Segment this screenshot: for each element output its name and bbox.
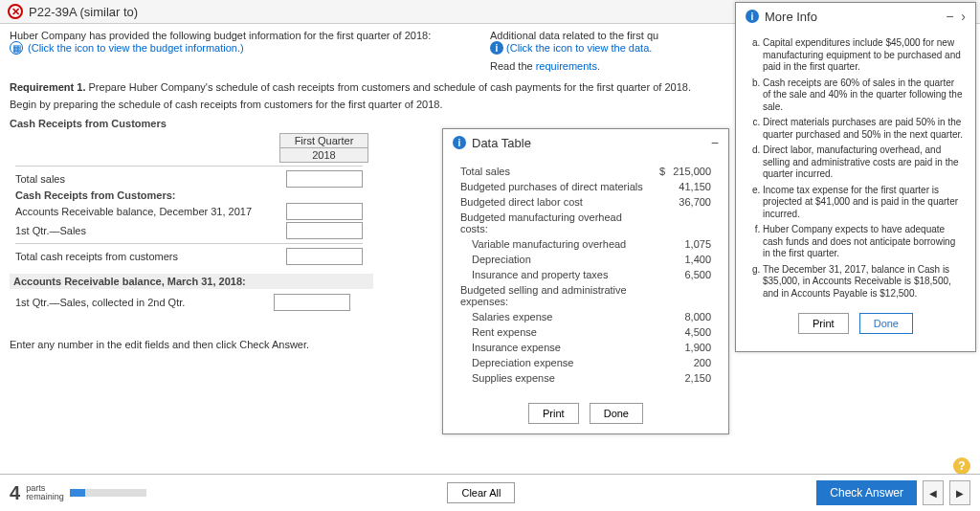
help-icon[interactable]: ?: [953, 457, 970, 475]
ar-march-heading: Accounts Receivable balance, March 31, 2…: [10, 274, 373, 289]
data-row-label: Total sales: [457, 164, 656, 179]
read-text: Read the: [490, 60, 536, 72]
data-row-value: 215,000: [669, 164, 715, 179]
data-row-value: 200: [669, 355, 715, 370]
data-link[interactable]: (Click the icon to view the data.: [506, 42, 652, 54]
more-info-done-button[interactable]: Done: [859, 313, 913, 334]
more-info-item: Capital expenditures include $45,000 for…: [763, 37, 964, 74]
data-table-popup: i Data Table − Total sales$215,000Budget…: [442, 128, 729, 434]
data-table-done-button[interactable]: Done: [590, 403, 643, 424]
data-row-label: Supplies expense: [457, 370, 656, 386]
next-icon[interactable]: ▶: [949, 480, 970, 505]
data-row-value: 1,400: [669, 252, 715, 267]
data-row-label: Budgeted purchases of direct materials: [457, 179, 656, 194]
row-ar-balance-label: Accounts Receivable balance, December 31…: [10, 202, 268, 221]
data-table-print-button[interactable]: Print: [528, 403, 579, 424]
prev-icon[interactable]: ◀: [923, 480, 944, 505]
col-header-1: First Quarter: [280, 134, 368, 148]
requirement-text: Prepare Huber Company's schedule of cash…: [89, 81, 691, 93]
data-row-label: Depreciation expense: [457, 355, 656, 370]
minimize-icon[interactable]: −: [711, 135, 719, 150]
total-cash-input[interactable]: [286, 248, 363, 265]
data-row-value: 8,000: [669, 309, 715, 324]
ar-march-table: 1st Qtr.—Sales, collected in 2nd Qtr.: [10, 293, 356, 312]
chevron-right-icon[interactable]: ›: [961, 9, 966, 24]
data-row-value: 36,700: [669, 194, 715, 210]
col-header-2: 2018: [280, 148, 368, 163]
check-answer-button[interactable]: Check Answer: [816, 480, 917, 505]
data-row-value: 2,150: [669, 370, 715, 386]
data-row-value: [669, 210, 715, 236]
info-icon: i: [746, 10, 759, 23]
data-row-value: 1,900: [669, 340, 715, 355]
more-info-title: More Info: [765, 10, 817, 24]
more-info-item: Cash receipts are 60% of sales in the qu…: [763, 78, 964, 114]
intro-left-text: Huber Company has provided the following…: [10, 30, 431, 41]
data-row-label: Variable manufacturing overhead: [457, 236, 656, 252]
data-row-value: 4,500: [669, 324, 715, 340]
row-total-cash-label: Total cash receipts from customers: [10, 247, 268, 266]
more-info-item: Huber Company expects to have adequate c…: [763, 224, 964, 260]
collected-2nd-input[interactable]: [274, 294, 350, 311]
receipts-subheading: Cash Receipts from Customers:: [10, 189, 368, 202]
more-info-item: Income tax expense for the first quarter…: [763, 185, 964, 221]
data-row-label: Rent expense: [457, 324, 656, 340]
page-title: P22-39A (similar to): [29, 5, 138, 19]
parts-count: 4: [10, 482, 20, 504]
parts-label-2: remaining: [26, 493, 64, 501]
clear-all-button[interactable]: Clear All: [447, 482, 515, 503]
info-icon[interactable]: i: [490, 41, 503, 55]
row-1st-qtr-label: 1st Qtr.—Sales: [10, 221, 268, 240]
footer: 4 parts remaining Clear All Check Answer…: [0, 474, 980, 511]
data-row-value: 41,150: [669, 179, 715, 194]
data-row-label: Budgeted direct labor cost: [457, 194, 656, 210]
more-info-print-button[interactable]: Print: [798, 313, 849, 334]
close-icon[interactable]: ✕: [8, 4, 23, 19]
data-row-label: Depreciation: [457, 252, 656, 267]
total-sales-input[interactable]: [286, 170, 363, 188]
requirement-label: Requirement 1.: [10, 81, 85, 93]
data-row-label: Budgeted selling and administrative expe…: [457, 282, 656, 309]
budget-info-link[interactable]: (Click the icon to view the budget infor…: [28, 42, 244, 54]
info-icon: i: [453, 136, 466, 149]
more-info-item: Direct labor, manufacturing overhead, an…: [763, 144, 964, 181]
minimize-icon[interactable]: −: [946, 9, 953, 24]
row-total-sales-label: Total sales: [10, 169, 268, 189]
data-row-label: Salaries expense: [457, 309, 656, 324]
grid-icon[interactable]: ▦: [10, 41, 23, 55]
ar-balance-input[interactable]: [286, 203, 363, 220]
row-collected-2nd-label: 1st Qtr.—Sales, collected in 2nd Qtr.: [10, 293, 268, 312]
data-row-value: [669, 282, 715, 309]
schedule-table: First Quarter 2018 Total sales Cash Rece…: [10, 133, 368, 266]
data-row-label: Budgeted manufacturing overhead costs:: [457, 210, 656, 236]
first-qtr-input[interactable]: [286, 222, 363, 239]
data-row-value: 1,075: [669, 236, 715, 252]
more-info-popup: i More Info − › Capital expenditures inc…: [735, 2, 976, 352]
more-info-item: The December 31, 2017, balance in Cash i…: [763, 264, 964, 300]
requirements-link[interactable]: requirements.: [536, 60, 600, 72]
more-info-item: Direct materials purchases are paid 50% …: [763, 117, 964, 141]
data-row-value: 6,500: [669, 267, 715, 282]
progress-bar: [70, 489, 146, 497]
intro-right-text: Additional data related to the first qu: [490, 30, 658, 41]
data-row-label: Insurance expense: [457, 340, 656, 355]
data-row-label: Insurance and property taxes: [457, 267, 656, 282]
data-table-title: Data Table: [472, 136, 531, 150]
